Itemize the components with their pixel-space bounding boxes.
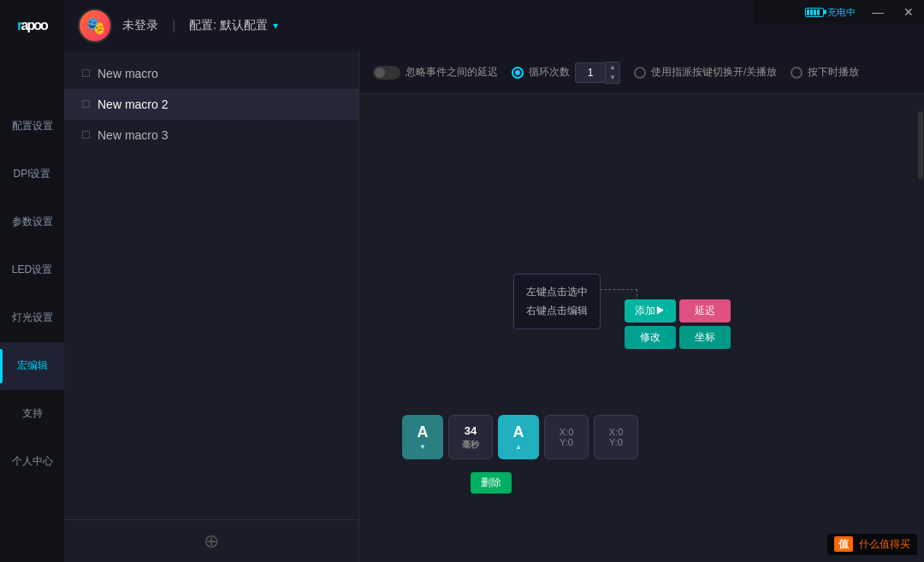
loop-count-input-group: ▲ ▼ [575,62,620,84]
tooltip-line1: 左键点击选中 [526,283,588,302]
watermark: 值 什么值得买 [827,534,917,555]
loop-count-label: 循环次数 [529,65,570,80]
watermark-icon: 值 [834,536,853,552]
loop-count-input[interactable] [575,62,606,83]
node-key-down-letter: A [418,423,429,441]
sidebar-item-light[interactable]: 灯光设置 [0,294,64,342]
node-key-up[interactable]: A ▲ [498,415,539,459]
loop-count-down[interactable]: ▼ [606,73,619,83]
node-key-up-letter: A [513,423,524,441]
node-coord-1-x: X:0 [560,427,574,437]
sidebar-item-macro-label: 宏编辑 [17,359,48,373]
delay-button[interactable]: 延迟 [679,299,731,322]
macro-list: ☐ New macro ☐ New macro 2 ☐ New macro 3 [64,51,358,519]
sidebar-item-led-label: LED设置 [12,263,52,277]
minimize-button[interactable]: — [862,0,893,24]
macro-list-panel: ☐ New macro ☐ New macro 2 ☐ New macro 3 … [64,51,359,562]
tooltip-line2: 右键点击编辑 [526,302,588,321]
toggle-knob [375,68,385,78]
node-coord-2-x: X:0 [609,427,624,437]
sidebar-item-params[interactable]: 参数设置 [0,198,64,246]
sidebar-item-params-label: 参数设置 [12,216,53,229]
loop-count-option: 循环次数 ▲ ▼ [512,62,620,84]
charging-status: 充电中 [805,6,856,19]
macro-add-button[interactable]: ⊕ [64,519,358,562]
node-coord-1[interactable]: X:0 Y:0 [544,415,589,459]
sidebar-item-macro[interactable]: 宏编辑 [0,342,64,390]
add-button[interactable]: 添加▶ [625,299,676,322]
sidebar-item-dpi[interactable]: DPI设置 [0,151,64,198]
sidebar: rapoo 配置设置 DPI设置 参数设置 LED设置 灯光设置 宏编辑 支持 … [0,0,64,562]
assign-key-option: 使用指派按键切换开/关播放 [634,65,777,80]
popup-menu: 添加▶ 延迟 修改 坐标 [625,299,731,349]
macro-item-3[interactable]: ☐ New macro 3 [64,120,358,151]
nodes-row: A ▼ 34 毫秒 A ▲ X:0 Y:0 [402,415,638,459]
node-key-down[interactable]: A ▼ [402,415,443,459]
close-button[interactable]: ✕ [893,0,924,24]
sidebar-item-config[interactable]: 配置设置 [0,103,64,151]
sidebar-item-support-label: 支持 [22,407,43,421]
loop-count-up[interactable]: ▲ [606,62,619,73]
app-logo: rapoo [0,0,64,51]
watermark-text: 什么值得买 [859,538,910,550]
editor-panel: 忽略事件之间的延迟 循环次数 ▲ ▼ 使用指派按键切换开/关播放 [359,51,924,562]
sidebar-item-config-label: 配置设置 [12,120,53,133]
node-coord-2[interactable]: X:0 Y:0 [594,415,638,459]
topbar-divider: | [172,18,175,33]
macro-item-1[interactable]: ☐ New macro [64,58,358,89]
ignore-delay-option: 忽略事件之间的延迟 [373,65,498,80]
sidebar-item-light-label: 灯光设置 [12,311,53,325]
node-coord-2-y: Y:0 [609,437,623,447]
macro-file-icon-2: ☐ [81,98,91,110]
sidebar-item-profile[interactable]: 个人中心 [0,438,64,486]
ignore-delay-label: 忽略事件之间的延迟 [406,65,498,80]
node-delay[interactable]: 34 毫秒 [448,415,493,459]
hold-play-option: 按下时播放 [791,65,859,80]
config-dropdown-icon[interactable]: ▾ [273,20,278,32]
avatar[interactable]: 🎭 [78,9,112,43]
loop-count-arrows: ▲ ▼ [606,62,620,84]
title-bar: 充电中 — ✕ [753,0,924,24]
sidebar-item-dpi-label: DPI设置 [13,168,50,181]
context-tooltip: 左键点击选中 右键点击编辑 [513,274,601,329]
charging-text: 充电中 [827,6,856,19]
macro-item-name-1: New macro [98,67,158,80]
assign-key-radio[interactable] [634,67,646,79]
config-label: 配置: 默认配置 [189,18,268,33]
node-key-up-arrow: ▲ [515,443,522,451]
delete-button[interactable]: 删除 [471,472,512,494]
active-indicator [0,349,3,383]
ignore-delay-toggle[interactable] [373,66,400,80]
node-delay-value: 34 [465,424,477,437]
config-text: 配置: 默认配置 ▾ [189,18,278,33]
editor-toolbar: 忽略事件之间的延迟 循环次数 ▲ ▼ 使用指派按键切换开/关播放 [359,51,924,94]
node-delay-unit: 毫秒 [462,439,479,451]
sidebar-item-support[interactable]: 支持 [0,390,64,438]
sidebar-item-led[interactable]: LED设置 [0,246,64,294]
node-coord-1-y: Y:0 [560,437,573,447]
modify-button[interactable]: 修改 [625,326,676,349]
loop-count-radio[interactable] [512,67,524,79]
node-key-down-arrow: ▼ [419,443,426,451]
sidebar-item-profile-label: 个人中心 [12,455,53,469]
editor-canvas[interactable]: 左键点击选中 右键点击编辑 添加▶ 延迟 修改 坐标 A ▼ [359,94,924,562]
battery-icon [805,8,824,17]
macro-item-2[interactable]: ☐ New macro 2 [64,89,358,120]
login-text[interactable]: 未登录 [122,18,158,33]
scrollbar-track[interactable] [917,94,924,562]
cursor-button[interactable]: 坐标 [679,326,731,349]
macro-file-icon-1: ☐ [81,68,91,80]
main-content: ☐ New macro ☐ New macro 2 ☐ New macro 3 … [64,51,924,562]
add-icon: ⊕ [204,530,219,553]
hold-play-radio[interactable] [791,67,803,79]
macro-file-icon-3: ☐ [81,129,91,141]
macro-item-name-2: New macro 2 [98,98,168,111]
macro-item-name-3: New macro 3 [98,128,168,142]
scrollbar-thumb[interactable] [918,111,923,180]
sidebar-nav: 配置设置 DPI设置 参数设置 LED设置 灯光设置 宏编辑 支持 个人中心 [0,103,64,562]
assign-key-label: 使用指派按键切换开/关播放 [651,65,777,80]
hold-play-label: 按下时播放 [808,65,859,80]
